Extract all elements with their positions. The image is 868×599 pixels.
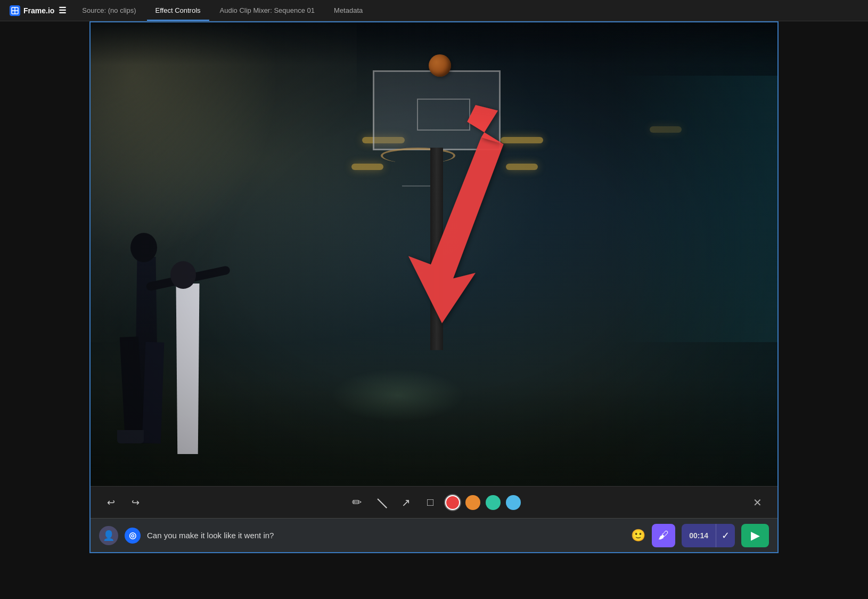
- tab-metadata[interactable]: Metadata: [325, 0, 371, 21]
- video-frame: [91, 22, 777, 486]
- brush-button[interactable]: 🖌: [652, 524, 675, 547]
- undo-button[interactable]: ↩: [101, 493, 120, 512]
- comment-bar: 👤 ◎ Can you make it look like it went in…: [91, 518, 777, 552]
- drawing-toolbar: ↩ ↪ ✏ | ↗ □ ✕: [91, 486, 777, 518]
- timecode-group: 00:14 ✓: [682, 524, 735, 547]
- arrow-tool[interactable]: ↗: [396, 493, 415, 512]
- timecode-check-button[interactable]: ✓: [716, 524, 735, 547]
- redo-button[interactable]: ↪: [126, 493, 145, 512]
- teal-wall-tint: [618, 76, 777, 342]
- timecode-display: 00:14: [682, 531, 716, 540]
- send-icon: ▶: [751, 529, 760, 543]
- brand-name: Frame.io: [23, 6, 54, 15]
- video-player[interactable]: [91, 22, 777, 486]
- line-tool[interactable]: |: [368, 489, 395, 516]
- frameio-icon: [10, 5, 20, 16]
- frame-icon-symbol: ◎: [129, 530, 136, 540]
- tab-effect-controls[interactable]: Effect Controls: [147, 0, 209, 21]
- rect-tool[interactable]: □: [421, 493, 440, 512]
- color-orange[interactable]: [465, 495, 480, 510]
- panel-wrapper: ↩ ↪ ✏ | ↗ □ ✕ 👤: [89, 21, 779, 553]
- tab-bar: Frame.io ☰ Source: (no clips) Effect Con…: [0, 0, 868, 21]
- emoji-button[interactable]: 🙂: [631, 529, 645, 543]
- send-button[interactable]: ▶: [741, 524, 769, 547]
- user-avatar: 👤: [99, 526, 118, 545]
- tab-audio-clip-mixer[interactable]: Audio Clip Mixer: Sequence 01: [211, 0, 324, 21]
- main-content: ↩ ↪ ✏ | ↗ □ ✕ 👤: [0, 21, 868, 599]
- color-blue[interactable]: [506, 495, 521, 510]
- tab-source[interactable]: Source: (no clips): [73, 0, 144, 21]
- brush-icon: 🖌: [658, 529, 669, 541]
- menu-icon[interactable]: ☰: [59, 5, 66, 15]
- pencil-tool[interactable]: ✏: [347, 493, 366, 512]
- brand-logo[interactable]: Frame.io ☰: [4, 5, 71, 16]
- close-button[interactable]: ✕: [748, 493, 767, 512]
- color-teal[interactable]: [486, 495, 501, 510]
- color-red[interactable]: [445, 495, 460, 510]
- frameio-link-icon[interactable]: ◎: [125, 528, 141, 544]
- comment-text: Can you make it look like it went in?: [147, 531, 625, 540]
- undo-redo-group: ↩ ↪: [101, 493, 145, 512]
